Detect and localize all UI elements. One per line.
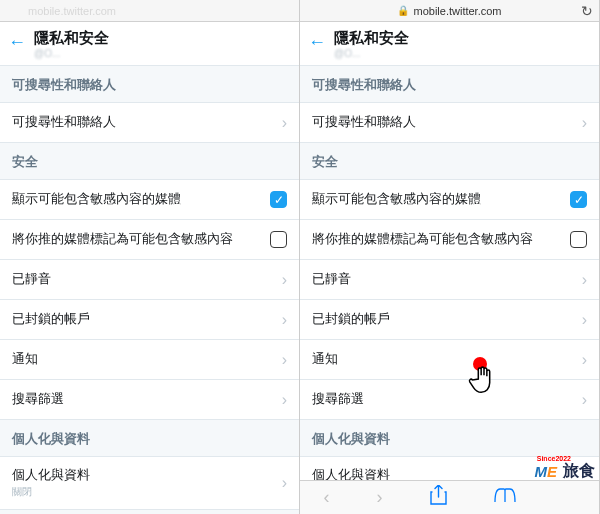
section-personalization: 個人化與資料	[0, 420, 299, 457]
row-muted[interactable]: 已靜音 ›	[300, 260, 599, 300]
checkbox-unchecked-icon[interactable]	[270, 231, 287, 248]
watermark-brand: ME	[534, 463, 557, 480]
chevron-right-icon: ›	[282, 474, 287, 492]
row-blocked[interactable]: 已封鎖的帳戶 ›	[0, 300, 299, 340]
row-label: 顯示可能包含敏感內容的媒體	[12, 191, 270, 208]
row-label: 已封鎖的帳戶	[312, 311, 576, 328]
section-safety: 安全	[300, 143, 599, 180]
row-label: 可搜尋性和聯絡人	[312, 114, 576, 131]
row-label: 將你推的媒體標記為可能包含敏感內容	[312, 231, 570, 248]
row-search-filters[interactable]: 搜尋篩選 ›	[300, 380, 599, 420]
chevron-right-icon: ›	[582, 311, 587, 329]
section-personalization: 個人化與資料	[300, 420, 599, 457]
row-label: 顯示可能包含敏感內容的媒體	[312, 191, 570, 208]
section-discoverability: 可搜尋性和聯絡人	[300, 66, 599, 103]
row-muted[interactable]: 已靜音 ›	[0, 260, 299, 300]
row-label: 通知	[12, 351, 276, 368]
url-text: mobile.twitter.com	[413, 5, 501, 17]
watermark-cn: 旅食	[563, 461, 595, 482]
chevron-right-icon: ›	[582, 271, 587, 289]
page-subtitle: @O...	[34, 48, 289, 59]
section-teams: 適合團隊的 Twitter	[0, 510, 299, 514]
chevron-right-icon: ›	[282, 271, 287, 289]
checkbox-checked-icon[interactable]: ✓	[570, 191, 587, 208]
page-header: ← 隱私和安全 @O...	[300, 22, 599, 66]
row-label: 通知	[312, 351, 576, 368]
row-sublabel: 關閉	[12, 485, 276, 499]
chevron-right-icon: ›	[282, 391, 287, 409]
url-text: mobile.twitter.com	[28, 5, 116, 17]
row-mark-sensitive[interactable]: 將你推的媒體標記為可能包含敏感內容	[300, 220, 599, 260]
page-header: ← 隱私和安全 @O...	[0, 22, 299, 66]
row-notifications[interactable]: 通知 ›	[0, 340, 299, 380]
row-personalization[interactable]: 個人化與資料 關閉 ›	[0, 457, 299, 510]
row-search-filters[interactable]: 搜尋篩選 ›	[0, 380, 299, 420]
watermark-tag: Since2022	[537, 455, 571, 462]
section-discoverability: 可搜尋性和聯絡人	[0, 66, 299, 103]
safari-toolbar: ‹ › ⧉	[300, 480, 599, 514]
row-discoverability[interactable]: 可搜尋性和聯絡人 ›	[300, 103, 599, 143]
row-sensitive-media[interactable]: 顯示可能包含敏感內容的媒體 ✓	[300, 180, 599, 220]
row-label: 可搜尋性和聯絡人	[12, 114, 276, 131]
row-label: 搜尋篩選	[12, 391, 276, 408]
row-blocked[interactable]: 已封鎖的帳戶 ›	[300, 300, 599, 340]
page-title: 隱私和安全	[334, 29, 589, 48]
lock-icon: 🔒	[397, 5, 409, 16]
checkbox-checked-icon[interactable]: ✓	[270, 191, 287, 208]
chevron-right-icon: ›	[582, 114, 587, 132]
chevron-right-icon: ›	[582, 391, 587, 409]
bookmarks-icon[interactable]	[494, 487, 516, 508]
chevron-right-icon: ›	[282, 351, 287, 369]
row-label: 個人化與資料	[12, 467, 276, 484]
row-discoverability[interactable]: 可搜尋性和聯絡人 ›	[0, 103, 299, 143]
row-label: 已靜音	[12, 271, 276, 288]
nav-forward-icon[interactable]: ›	[377, 487, 383, 508]
row-label: 已封鎖的帳戶	[12, 311, 276, 328]
row-mark-sensitive[interactable]: 將你推的媒體標記為可能包含敏感內容	[0, 220, 299, 260]
checkbox-unchecked-icon[interactable]	[570, 231, 587, 248]
url-bar-cropped: mobile.twitter.com	[0, 0, 299, 22]
reload-icon[interactable]: ↻	[581, 3, 593, 19]
row-label: 已靜音	[312, 271, 576, 288]
chevron-right-icon: ›	[582, 351, 587, 369]
back-arrow-icon[interactable]: ←	[8, 32, 26, 53]
nav-back-icon[interactable]: ‹	[324, 487, 330, 508]
url-bar[interactable]: 🔒 mobile.twitter.com ↻	[300, 0, 599, 22]
back-arrow-icon[interactable]: ←	[308, 32, 326, 53]
page-title: 隱私和安全	[34, 29, 289, 48]
row-label: 將你推的媒體標記為可能包含敏感內容	[12, 231, 270, 248]
page-subtitle: @O...	[334, 48, 589, 59]
section-safety: 安全	[0, 143, 299, 180]
row-label: 搜尋篩選	[312, 391, 576, 408]
share-icon[interactable]	[430, 485, 447, 510]
watermark: Since2022 ME 旅食	[534, 461, 595, 482]
chevron-right-icon: ›	[282, 311, 287, 329]
tap-indicator-icon	[473, 357, 487, 371]
row-sensitive-media[interactable]: 顯示可能包含敏感內容的媒體 ✓	[0, 180, 299, 220]
chevron-right-icon: ›	[282, 114, 287, 132]
row-notifications[interactable]: 通知 ›	[300, 340, 599, 380]
